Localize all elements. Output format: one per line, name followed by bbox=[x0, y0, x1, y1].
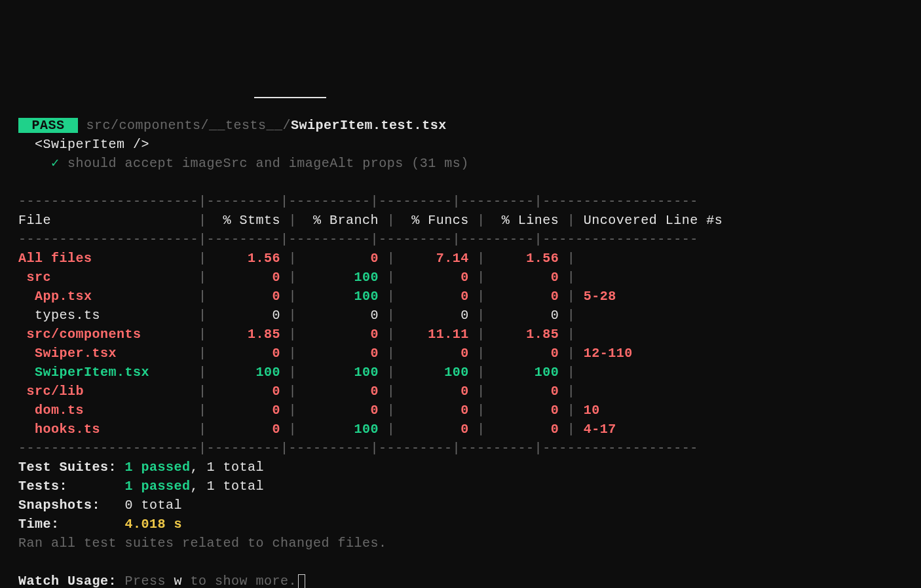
coverage-uncovered: 10 bbox=[584, 403, 731, 418]
test-case-line: ✓ should accept imageSrc and imageAlt pr… bbox=[18, 154, 903, 173]
coverage-lines: 0 bbox=[493, 289, 559, 304]
coverage-lines: 1.85 bbox=[493, 327, 559, 342]
coverage-file: Swiper.tsx bbox=[18, 346, 191, 361]
summary-tests-passed: 1 passed bbox=[125, 479, 191, 494]
coverage-uncovered: 12-110 bbox=[584, 346, 731, 361]
watch-usage-label: Watch Usage: bbox=[18, 574, 125, 588]
col-header-file: File bbox=[18, 213, 191, 228]
test-path-file: SwiperItem.test.tsx bbox=[291, 118, 447, 133]
coverage-uncovered bbox=[584, 365, 731, 380]
coverage-uncovered: 5-28 bbox=[584, 289, 731, 304]
coverage-lines: 0 bbox=[493, 403, 559, 418]
coverage-lines: 0 bbox=[493, 422, 559, 437]
watch-rest: to show more. bbox=[182, 574, 297, 588]
coverage-funcs: 7.14 bbox=[404, 251, 469, 266]
summary-snapshots: Snapshots: 0 total bbox=[18, 496, 903, 515]
watch-usage-line: Watch Usage: Press w to show more. bbox=[18, 572, 903, 588]
terminal-output: PASS src/components/__tests__/SwiperItem… bbox=[18, 97, 903, 588]
col-header-branch: % Branch bbox=[305, 213, 379, 228]
coverage-lines: 0 bbox=[493, 384, 559, 399]
coverage-stmts: 100 bbox=[215, 365, 280, 380]
coverage-branch: 100 bbox=[305, 289, 379, 304]
coverage-border-mid: ----------------------|---------|-------… bbox=[18, 230, 903, 249]
coverage-uncovered bbox=[584, 308, 731, 323]
summary-suites-label: Test Suites: bbox=[18, 460, 125, 475]
coverage-branch: 0 bbox=[305, 327, 379, 342]
coverage-uncovered bbox=[584, 384, 731, 399]
coverage-file: App.tsx bbox=[18, 289, 191, 304]
coverage-funcs: 0 bbox=[404, 270, 469, 285]
coverage-border-bottom: ----------------------|---------|-------… bbox=[18, 439, 903, 458]
coverage-header-row: File | % Stmts | % Branch | % Funcs | % … bbox=[18, 211, 903, 230]
summary-snapshots-label: Snapshots: bbox=[18, 498, 125, 513]
coverage-lines: 1.56 bbox=[493, 251, 559, 266]
coverage-funcs: 0 bbox=[404, 289, 469, 304]
coverage-stmts: 0 bbox=[215, 308, 280, 323]
cursor-icon[interactable] bbox=[298, 574, 305, 588]
coverage-row: dom.ts | 0 | 0 | 0 | 0 | 10 bbox=[18, 401, 903, 420]
describe-line: <SwiperItem /> bbox=[18, 135, 903, 154]
coverage-branch: 100 bbox=[305, 365, 379, 380]
coverage-file: src/lib bbox=[18, 384, 191, 399]
check-icon: ✓ bbox=[51, 156, 60, 171]
coverage-file: src bbox=[18, 270, 191, 285]
col-header-stmts: % Stmts bbox=[215, 213, 280, 228]
col-header-lines: % Lines bbox=[493, 213, 559, 228]
coverage-row: SwiperItem.tsx | 100 | 100 | 100 | 100 | bbox=[18, 363, 903, 382]
coverage-row: hooks.ts | 0 | 100 | 0 | 0 | 4-17 bbox=[18, 420, 903, 439]
summary-ran: Ran all test suites related to changed f… bbox=[18, 534, 903, 553]
summary-time-value: 4.018 s bbox=[125, 517, 183, 532]
table-border: ----------------------|---------|-------… bbox=[18, 441, 698, 456]
blank-line bbox=[18, 553, 903, 572]
test-case-name: should accept imageSrc and imageAlt prop… bbox=[67, 156, 469, 171]
coverage-stmts: 0 bbox=[215, 346, 280, 361]
coverage-branch: 0 bbox=[305, 308, 379, 323]
coverage-uncovered bbox=[584, 251, 731, 266]
coverage-file: SwiperItem.tsx bbox=[18, 365, 191, 380]
summary-suites-passed: 1 passed bbox=[125, 460, 191, 475]
coverage-file: src/components bbox=[18, 327, 191, 342]
coverage-branch: 0 bbox=[305, 384, 379, 399]
coverage-branch: 0 bbox=[305, 346, 379, 361]
col-header-uncovered: Uncovered Line #s bbox=[584, 213, 731, 228]
coverage-file: types.ts bbox=[18, 308, 191, 323]
coverage-row: types.ts | 0 | 0 | 0 | 0 | bbox=[18, 306, 903, 325]
watch-key: w bbox=[174, 574, 183, 588]
coverage-lines: 0 bbox=[493, 346, 559, 361]
summary-time-label: Time: bbox=[18, 517, 125, 532]
coverage-row: Swiper.tsx | 0 | 0 | 0 | 0 | 12-110 bbox=[18, 344, 903, 363]
coverage-row: src/components | 1.85 | 0 | 11.11 | 1.85… bbox=[18, 325, 903, 344]
coverage-lines: 0 bbox=[493, 270, 559, 285]
coverage-stmts: 0 bbox=[215, 384, 280, 399]
coverage-stmts: 0 bbox=[215, 270, 280, 285]
coverage-stmts: 0 bbox=[215, 289, 280, 304]
coverage-funcs: 11.11 bbox=[404, 327, 469, 342]
pass-badge: PASS bbox=[18, 118, 78, 133]
coverage-lines: 100 bbox=[493, 365, 559, 380]
summary-tests-label: Tests: bbox=[18, 479, 125, 494]
coverage-branch: 0 bbox=[305, 403, 379, 418]
coverage-row: src/lib | 0 | 0 | 0 | 0 | bbox=[18, 382, 903, 401]
coverage-branch: 0 bbox=[305, 251, 379, 266]
scroll-indicator bbox=[18, 97, 903, 116]
coverage-funcs: 0 bbox=[404, 384, 469, 399]
coverage-funcs: 0 bbox=[404, 422, 469, 437]
coverage-branch: 100 bbox=[305, 270, 379, 285]
test-suite-header: PASS src/components/__tests__/SwiperItem… bbox=[18, 116, 903, 135]
summary-time: Time: 4.018 s bbox=[18, 515, 903, 534]
coverage-funcs: 0 bbox=[404, 346, 469, 361]
summary-tests-total: , 1 total bbox=[191, 479, 265, 494]
coverage-funcs: 100 bbox=[404, 365, 469, 380]
col-header-funcs: % Funcs bbox=[404, 213, 469, 228]
coverage-lines: 0 bbox=[493, 308, 559, 323]
coverage-row: App.tsx | 0 | 100 | 0 | 0 | 5-28 bbox=[18, 287, 903, 306]
test-path-prefix: src/components/__tests__/ bbox=[86, 118, 291, 133]
coverage-border-top: ----------------------|---------|-------… bbox=[18, 192, 903, 211]
coverage-file: dom.ts bbox=[18, 403, 191, 418]
coverage-uncovered: 4-17 bbox=[584, 422, 731, 437]
coverage-row: src | 0 | 100 | 0 | 0 | bbox=[18, 268, 903, 287]
describe-block: <SwiperItem /> bbox=[18, 137, 149, 152]
coverage-file: hooks.ts bbox=[18, 422, 191, 437]
coverage-funcs: 0 bbox=[404, 403, 469, 418]
summary-tests: Tests: 1 passed, 1 total bbox=[18, 477, 903, 496]
